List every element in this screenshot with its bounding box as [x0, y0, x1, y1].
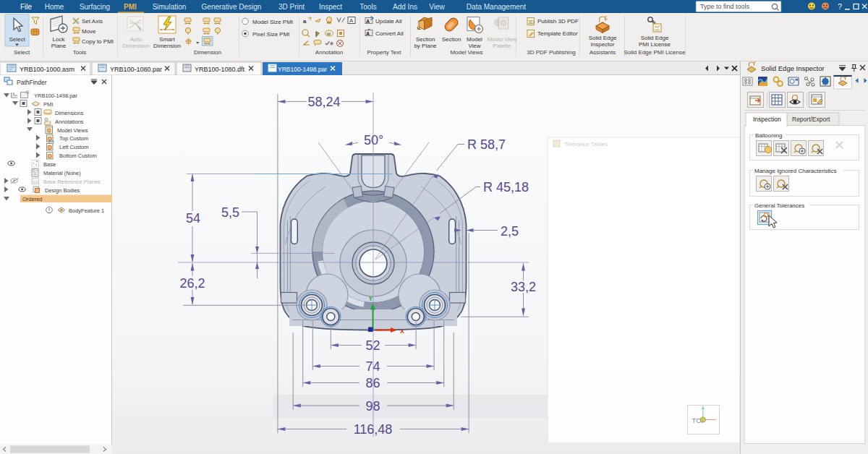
- svg-text:PathFinder: PathFinder: [17, 79, 47, 86]
- svg-text:Base Reference Planes: Base Reference Planes: [43, 179, 101, 185]
- svg-text:Ballooning: Ballooning: [755, 132, 782, 139]
- svg-text:Plane: Plane: [51, 43, 67, 49]
- svg-text:Tools: Tools: [359, 3, 376, 11]
- svg-text:Bottom Custom: Bottom Custom: [59, 153, 97, 159]
- svg-text:by Plane: by Plane: [414, 43, 437, 49]
- svg-text:Material (None): Material (None): [43, 170, 81, 176]
- svg-text:View: View: [468, 43, 480, 49]
- svg-text:PMI: PMI: [124, 3, 137, 11]
- svg-text:Inspector: Inspector: [591, 41, 615, 48]
- svg-text:View: View: [429, 3, 445, 11]
- svg-text:Pixel Size PMI: Pixel Size PMI: [252, 31, 290, 38]
- svg-text:Section: Section: [416, 36, 435, 43]
- svg-text:Model View: Model View: [487, 36, 516, 43]
- svg-text:Auto: Auto: [130, 36, 142, 43]
- svg-text:Base: Base: [43, 161, 56, 168]
- svg-text:58,24: 58,24: [307, 95, 340, 109]
- svg-text:Dimensions: Dimensions: [55, 110, 83, 116]
- svg-text:2,5: 2,5: [501, 224, 519, 239]
- svg-text:Report/Export: Report/Export: [792, 116, 830, 123]
- svg-text:Add Ins: Add Ins: [393, 3, 417, 11]
- svg-text:Smart: Smart: [159, 36, 175, 43]
- svg-text:Inspection: Inspection: [753, 116, 781, 123]
- svg-text:Dimension: Dimension: [194, 49, 221, 56]
- svg-text:Solid Edge PMI License: Solid Edge PMI License: [624, 49, 686, 56]
- svg-text:33,2: 33,2: [511, 280, 536, 294]
- svg-text:Update All: Update All: [375, 18, 402, 25]
- svg-text:Left Custom: Left Custom: [59, 144, 88, 150]
- svg-text:Convert All: Convert All: [375, 30, 404, 37]
- svg-text:A: A: [366, 31, 370, 36]
- svg-text:Assistants: Assistants: [590, 49, 616, 56]
- svg-text:Ordered: Ordered: [22, 196, 43, 202]
- svg-text:5,5: 5,5: [221, 205, 239, 220]
- svg-text:Generative Design: Generative Design: [202, 3, 262, 11]
- svg-text:Design Bodies: Design Bodies: [45, 187, 80, 194]
- svg-text:PMI: PMI: [43, 101, 53, 108]
- svg-text:Annotations: Annotations: [55, 119, 84, 125]
- svg-text:R 45,18: R 45,18: [483, 180, 529, 194]
- svg-text:Tools: Tools: [73, 49, 87, 56]
- svg-text:Select: Select: [14, 49, 30, 56]
- svg-text:YRB100-1000.asm: YRB100-1000.asm: [20, 66, 75, 73]
- svg-text:Solid Edge: Solid Edge: [641, 35, 669, 41]
- svg-text:Simulation: Simulation: [153, 3, 187, 11]
- svg-text:Solid Edge Inspector: Solid Edge Inspector: [761, 64, 825, 72]
- svg-text:Model Views: Model Views: [57, 127, 88, 134]
- svg-text:Inspect: Inspect: [319, 3, 342, 11]
- svg-text:Template Editor: Template Editor: [537, 30, 578, 37]
- svg-text:Surfacing: Surfacing: [80, 3, 110, 11]
- svg-text:Data Management: Data Management: [467, 3, 526, 11]
- svg-text:Lock: Lock: [53, 36, 66, 43]
- svg-text:Set Axis: Set Axis: [82, 18, 103, 25]
- svg-text:YRB100-1080.dft: YRB100-1080.dft: [195, 66, 245, 73]
- svg-text:X: X: [400, 327, 404, 335]
- svg-text:Copy to PMI: Copy to PMI: [82, 38, 114, 45]
- svg-text:?: ?: [838, 2, 842, 11]
- svg-text:Y: Y: [369, 295, 373, 302]
- svg-text:R 58,7: R 58,7: [467, 137, 506, 152]
- svg-text:Solid Edge: Solid Edge: [589, 35, 617, 41]
- svg-text:86: 86: [365, 376, 380, 390]
- svg-text:Model Size PMI: Model Size PMI: [252, 19, 293, 25]
- svg-text:98: 98: [365, 399, 380, 414]
- svg-text:Manage Ignored Characteristics: Manage Ignored Characteristics: [754, 168, 836, 174]
- svg-text:Type to find tools: Type to find tools: [700, 3, 750, 10]
- svg-text:Tolerance Tables: Tolerance Tables: [564, 141, 608, 147]
- svg-text:74: 74: [365, 359, 380, 374]
- svg-text:54: 54: [186, 211, 200, 226]
- svg-text:BodyFeature 1: BodyFeature 1: [69, 207, 104, 214]
- svg-text:Top Custom: Top Custom: [59, 135, 88, 142]
- svg-text:Home: Home: [45, 3, 64, 11]
- svg-text:PMI License: PMI License: [639, 41, 671, 48]
- svg-text:File: File: [20, 3, 33, 11]
- svg-text:a: a: [303, 18, 307, 25]
- svg-text:3D: 3D: [528, 20, 535, 25]
- svg-text:Section: Section: [442, 36, 461, 43]
- svg-text:Palette: Palette: [493, 43, 511, 49]
- svg-text:116,48: 116,48: [354, 422, 393, 437]
- svg-text:A: A: [366, 19, 370, 24]
- svg-text:Annotation: Annotation: [315, 49, 343, 56]
- svg-text:Dimension: Dimension: [122, 43, 150, 49]
- svg-text:YRB100-1498.par: YRB100-1498.par: [34, 93, 78, 99]
- svg-text:Dimension: Dimension: [153, 43, 181, 49]
- svg-text:50°: 50°: [364, 133, 383, 147]
- svg-text:52: 52: [365, 338, 380, 353]
- svg-text:W: W: [327, 32, 331, 36]
- svg-text:YRB100-1498.par: YRB100-1498.par: [278, 66, 327, 73]
- svg-text:A: A: [349, 17, 354, 24]
- svg-text:Model Views: Model Views: [450, 49, 482, 56]
- svg-text:Model: Model: [467, 36, 482, 43]
- svg-text:Publish 3D PDF: Publish 3D PDF: [537, 18, 579, 25]
- svg-text:YRB100-1080.par: YRB100-1080.par: [110, 66, 162, 73]
- svg-text:Property Text: Property Text: [367, 49, 402, 56]
- svg-text:26,2: 26,2: [179, 276, 205, 291]
- svg-text:Select: Select: [9, 36, 25, 43]
- svg-text:3D Print: 3D Print: [278, 3, 305, 11]
- svg-text:General Tolerances: General Tolerances: [754, 202, 804, 209]
- svg-text:Move: Move: [82, 28, 96, 35]
- svg-text:3D PDF Publishing: 3D PDF Publishing: [527, 49, 576, 56]
